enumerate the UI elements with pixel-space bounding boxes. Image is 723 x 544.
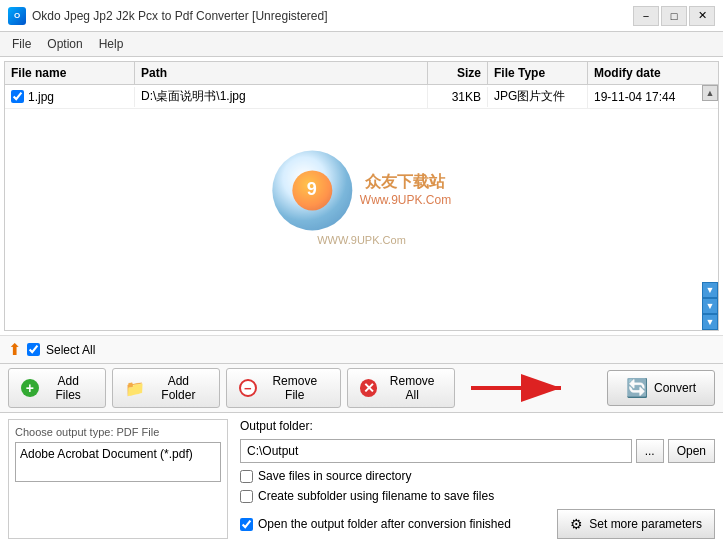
remove-all-label: Remove All [382, 374, 442, 402]
set-more-params-label: Set more parameters [589, 517, 702, 531]
bottom-panel: Choose output type: PDF File Adobe Acrob… [0, 413, 723, 544]
folder-icon: 📁 [125, 379, 145, 398]
save-source-label: Save files in source directory [258, 469, 411, 483]
convert-icon: 🔄 [626, 377, 648, 399]
scroll-down-btn-3[interactable]: ▼ [702, 314, 718, 330]
last-row: Open the output folder after conversion … [240, 509, 715, 539]
cell-filetype: JPG图片文件 [488, 85, 588, 108]
row-checkbox[interactable] [11, 90, 24, 103]
convert-label: Convert [654, 381, 696, 395]
add-files-button[interactable]: + Add Files [8, 368, 106, 408]
output-folder-input-row: ... Open [240, 439, 715, 463]
browse-button[interactable]: ... [636, 439, 664, 463]
create-subfolder-checkbox[interactable] [240, 490, 253, 503]
checkbox-row-1: Save files in source directory [240, 469, 715, 483]
arrow-area [461, 368, 601, 408]
arrow-svg [461, 368, 581, 408]
checkbox-row-2: Create subfolder using filename to save … [240, 489, 715, 503]
watermark: 9 众友下载站 Www.9UPK.Com WWW.9UPK.Com [272, 150, 451, 246]
output-folder-input[interactable] [240, 439, 632, 463]
title-bar: O Okdo Jpeg Jp2 J2k Pcx to Pdf Converter… [0, 0, 723, 32]
open-button[interactable]: Open [668, 439, 715, 463]
output-type-value: Adobe Acrobat Document (*.pdf) [15, 442, 221, 482]
app-icon: O [8, 7, 26, 25]
remove-file-label: Remove File [262, 374, 328, 402]
gear-icon: ⚙ [570, 516, 583, 532]
toolbar: + Add Files 📁 Add Folder − Remove File ✕… [0, 363, 723, 413]
remove-all-button[interactable]: ✕ Remove All [347, 368, 455, 408]
col-path: Path [135, 62, 428, 84]
col-size: Size [428, 62, 488, 84]
scroll-up-btn[interactable]: ▲ [702, 85, 718, 101]
close-button[interactable]: ✕ [689, 6, 715, 26]
add-folder-label: Add Folder [150, 374, 207, 402]
scrollbar-right: ▲ ▼ ▼ ▼ [702, 85, 718, 330]
add-files-icon: + [21, 379, 39, 397]
output-type-label: Choose output type: PDF File [15, 426, 221, 438]
checkbox-row-3: Open the output folder after conversion … [240, 517, 511, 531]
window-title: Okdo Jpeg Jp2 J2k Pcx to Pdf Converter [… [32, 9, 327, 23]
menu-file[interactable]: File [4, 34, 39, 54]
open-output-checkbox[interactable] [240, 518, 253, 531]
select-all-checkbox[interactable] [27, 343, 40, 356]
create-subfolder-label: Create subfolder using filename to save … [258, 489, 494, 503]
set-more-params-button[interactable]: ⚙ Set more parameters [557, 509, 715, 539]
scroll-down-btn-2[interactable]: ▼ [702, 298, 718, 314]
maximize-button[interactable]: □ [661, 6, 687, 26]
menu-bar: File Option Help [0, 32, 723, 57]
select-all-row: ⬆ Select All [0, 335, 723, 363]
cell-filename: 1.jpg [5, 87, 135, 107]
watermark-text1: 众友下载站 [360, 172, 451, 193]
file-table-container: File name Path Size File Type Modify dat… [4, 61, 719, 331]
convert-button[interactable]: 🔄 Convert [607, 370, 715, 406]
menu-help[interactable]: Help [91, 34, 132, 54]
cell-path: D:\桌面说明书\1.jpg [135, 85, 428, 108]
output-folder-label: Output folder: [240, 419, 313, 433]
remove-file-button[interactable]: − Remove File [226, 368, 341, 408]
minimize-button[interactable]: − [633, 6, 659, 26]
table-header: File name Path Size File Type Modify dat… [5, 62, 718, 85]
scroll-down-btn-1[interactable]: ▼ [702, 282, 718, 298]
col-modifydate: Modify date [588, 62, 718, 84]
open-output-label: Open the output folder after conversion … [258, 517, 511, 531]
table-body: 1.jpg D:\桌面说明书\1.jpg 31KB JPG图片文件 19-11-… [5, 85, 718, 330]
remove-file-icon: − [239, 379, 257, 397]
select-all-label: Select All [46, 343, 95, 357]
watermark-logo-inner: 9 [292, 170, 332, 210]
save-source-checkbox[interactable] [240, 470, 253, 483]
cell-size: 31KB [428, 87, 488, 107]
add-folder-button[interactable]: 📁 Add Folder [112, 368, 220, 408]
title-bar-left: O Okdo Jpeg Jp2 J2k Pcx to Pdf Converter… [8, 7, 327, 25]
menu-option[interactable]: Option [39, 34, 90, 54]
main-content: File name Path Size File Type Modify dat… [0, 57, 723, 544]
table-row[interactable]: 1.jpg D:\桌面说明书\1.jpg 31KB JPG图片文件 19-11-… [5, 85, 718, 109]
watermark-url: WWW.9UPK.Com [272, 234, 451, 246]
title-controls: − □ ✕ [633, 6, 715, 26]
output-type-panel: Choose output type: PDF File Adobe Acrob… [8, 419, 228, 539]
cell-modifydate: 19-11-04 17:44 [588, 87, 718, 107]
output-folder-row: Output folder: [240, 419, 715, 433]
col-filetype: File Type [488, 62, 588, 84]
remove-all-icon: ✕ [360, 379, 378, 397]
output-folder-panel: Output folder: ... Open Save files in so… [240, 419, 715, 539]
watermark-text2: Www.9UPK.Com [360, 193, 451, 207]
add-files-label: Add Files [44, 374, 93, 402]
upload-icon: ⬆ [8, 340, 21, 359]
col-filename: File name [5, 62, 135, 84]
